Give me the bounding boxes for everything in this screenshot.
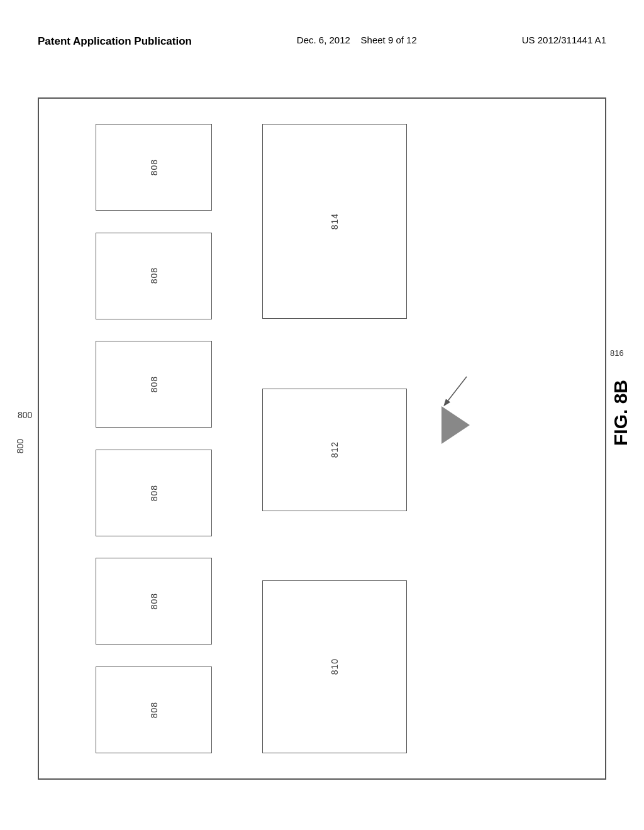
small-box-4: 808: [96, 450, 212, 536]
label-800-outside: 800: [18, 410, 32, 420]
large-box-810: 810: [262, 580, 407, 753]
small-box-4-label: 808: [149, 485, 159, 501]
small-box-3: 808: [96, 341, 212, 428]
small-box-1-label: 808: [149, 159, 159, 175]
header-date-sheet: Dec. 6, 2012 Sheet 9 of 12: [297, 35, 417, 45]
large-box-812-label: 812: [330, 441, 340, 458]
large-box-814-label: 814: [330, 213, 340, 230]
large-box-814: 814: [262, 124, 407, 319]
small-box-6: 808: [96, 667, 212, 753]
large-box-810-label: 810: [330, 658, 340, 675]
small-box-1: 808: [96, 124, 212, 211]
fig-label: FIG. 8B: [610, 380, 631, 446]
label-816: 816: [610, 348, 624, 358]
small-box-5: 808: [96, 558, 212, 645]
label-800: 800: [15, 439, 25, 453]
page: Patent Application Publication Dec. 6, 2…: [0, 0, 644, 830]
small-box-2-label: 808: [149, 267, 159, 284]
diagram-container: 800 808 808 808 808 808 808: [38, 97, 606, 780]
svg-line-0: [445, 377, 467, 405]
arrow-line-svg: [416, 370, 479, 421]
small-box-2: 808: [96, 233, 212, 319]
small-box-3-label: 808: [149, 376, 159, 392]
small-box-6-label: 808: [149, 702, 159, 718]
left-column: 808 808 808 808 808 808: [96, 124, 212, 753]
small-box-5-label: 808: [149, 593, 159, 609]
right-side-labels: 816 FIG. 8B: [610, 348, 631, 446]
header: Patent Application Publication Dec. 6, 2…: [38, 35, 606, 48]
header-application-number: US 2012/311441 A1: [522, 35, 606, 45]
large-box-812: 812: [262, 389, 407, 511]
header-publication-title: Patent Application Publication: [38, 35, 192, 48]
right-column: 814 812 810: [262, 124, 407, 753]
